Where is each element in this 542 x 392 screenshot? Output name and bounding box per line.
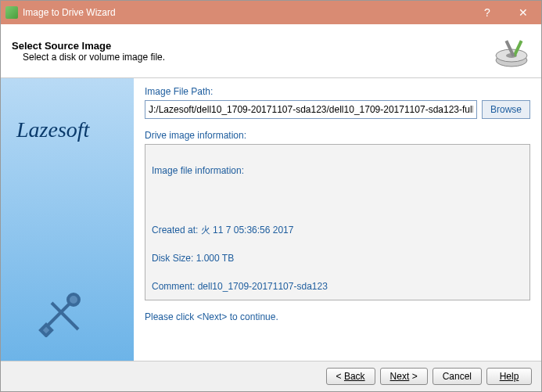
cancel-button[interactable]: Cancel: [433, 368, 482, 385]
back-button[interactable]: < Back: [326, 368, 375, 385]
window-title: Image to Drive Wizard: [23, 7, 469, 18]
drive-info-box: Image file information: Created at: 火 11…: [145, 144, 530, 300]
titlebar: Image to Drive Wizard ? ✕: [1, 1, 541, 24]
next-button[interactable]: Next >: [380, 368, 428, 385]
help-button[interactable]: Help: [486, 368, 532, 385]
info-comment: Comment: dell10_1709-20171107-sda123: [152, 279, 523, 293]
info-title: Image file information:: [152, 164, 523, 178]
tools-icon: [36, 287, 86, 337]
drive-icon: [493, 32, 530, 70]
close-button[interactable]: ✕: [505, 1, 541, 24]
info-label: Drive image information:: [145, 130, 530, 141]
help-titlebar-button[interactable]: ?: [469, 1, 505, 24]
image-path-input[interactable]: [145, 100, 477, 119]
hint-text: Please click <Next> to continue.: [145, 311, 530, 322]
path-label: Image File Path:: [145, 86, 530, 97]
browse-button[interactable]: Browse: [482, 100, 530, 119]
info-disk-size: Disk Size: 1.000 TB: [152, 251, 523, 265]
svg-point-6: [68, 294, 79, 305]
header-title: Select Source Image: [12, 40, 493, 52]
brand-logo: Lazesoft: [16, 117, 89, 142]
sidebar: Lazesoft: [1, 78, 134, 361]
info-created: Created at: 火 11 7 05:36:56 2017: [152, 223, 523, 237]
app-icon: [5, 6, 18, 19]
wizard-footer: < Back Next > Cancel Help: [1, 361, 541, 391]
header-subtitle: Select a disk or volume image file.: [23, 52, 493, 63]
svg-rect-8: [41, 325, 52, 336]
main-panel: Image File Path: Browse Drive image info…: [134, 78, 541, 361]
wizard-header: Select Source Image Select a disk or vol…: [1, 24, 541, 78]
